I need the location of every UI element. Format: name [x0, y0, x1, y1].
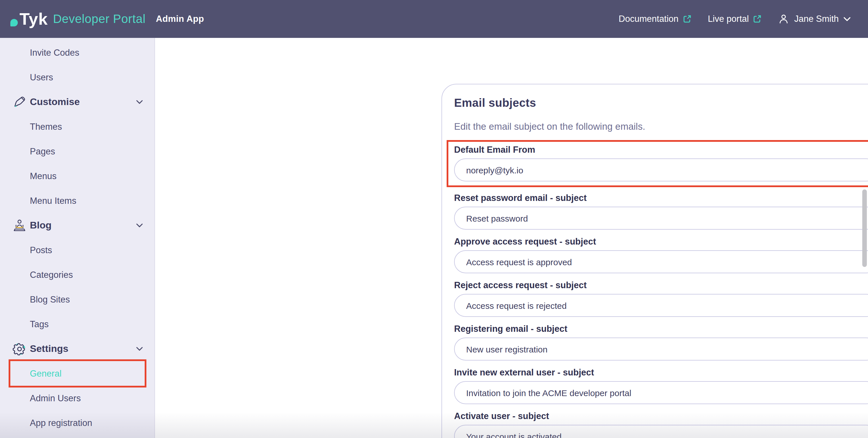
- documentation-link-label: Documentation: [619, 14, 679, 24]
- field-label: Reset password email - subject: [454, 192, 868, 204]
- user-name: Jane Smith: [794, 14, 839, 24]
- field-label: Approve access request - subject: [454, 236, 868, 247]
- sidebar-item-menus[interactable]: Menus: [0, 164, 154, 188]
- reset-password-subject-input[interactable]: [454, 207, 868, 230]
- sidebar: Invite Codes Users Customise Themes Page…: [0, 38, 155, 438]
- app-label: Admin App: [156, 14, 204, 24]
- field-default-email-from: Default Email From: [454, 144, 868, 181]
- sidebar-section-customise[interactable]: Customise: [0, 90, 154, 114]
- activate-user-subject-input[interactable]: [454, 425, 868, 438]
- default-email-from-input[interactable]: [454, 158, 868, 181]
- app-window: Tyk Developer Portal Admin App Documenta…: [0, 0, 868, 438]
- field-label: Registering email - subject: [454, 323, 868, 335]
- reject-access-subject-input[interactable]: [454, 294, 868, 317]
- external-link-icon: [753, 14, 762, 24]
- topbar: Tyk Developer Portal Admin App Documenta…: [0, 0, 868, 38]
- sidebar-item-users[interactable]: Users: [0, 65, 154, 90]
- chevron-down-icon: [843, 17, 851, 22]
- sidebar-item-posts[interactable]: Posts: [0, 238, 154, 262]
- brand-name: Tyk: [20, 11, 48, 27]
- sidebar-section-blog[interactable]: Blog: [0, 213, 154, 238]
- field-approve-access-subject: Approve access request - subject: [454, 236, 868, 273]
- sidebar-item-pages[interactable]: Pages: [0, 139, 154, 164]
- sidebar-item-invite-codes[interactable]: Invite Codes: [0, 40, 154, 65]
- topbar-right: Documentation Live portal: [619, 13, 851, 25]
- field-reject-access-subject: Reject access request - subject: [454, 280, 868, 317]
- sidebar-item-tags[interactable]: Tags: [0, 312, 154, 336]
- field-invite-external-user-subject: Invite new external user - subject: [454, 367, 868, 404]
- chevron-down-icon: [136, 223, 143, 228]
- field-label: Default Email From: [454, 144, 868, 156]
- email-subject-fields: Default Email From Reset password email …: [454, 140, 868, 438]
- live-portal-link-label: Live portal: [708, 14, 749, 24]
- field-activate-user-subject: Activate user - subject: [454, 410, 868, 438]
- live-portal-link[interactable]: Live portal: [708, 14, 762, 24]
- field-reset-password-subject: Reset password email - subject: [454, 192, 868, 230]
- person-icon: [778, 13, 789, 25]
- sidebar-item-admin-users[interactable]: Admin Users: [0, 386, 154, 410]
- blog-writer-icon: [12, 218, 27, 233]
- invite-external-user-subject-input[interactable]: [454, 381, 868, 404]
- main-content: Email subjects Edit the email subject on…: [156, 38, 868, 438]
- paintbrush-icon: [12, 94, 27, 110]
- field-label: Activate user - subject: [454, 410, 868, 422]
- sidebar-item-app-registration[interactable]: App registration: [0, 410, 154, 435]
- registering-email-subject-input[interactable]: [454, 338, 868, 361]
- sidebar-item-blog-sites[interactable]: Blog Sites: [0, 287, 154, 312]
- annotation-box-default-email-from: Default Email From: [446, 140, 868, 187]
- field-registering-email-subject: Registering email - subject: [454, 323, 868, 361]
- field-label: Reject access request - subject: [454, 280, 868, 291]
- tyk-logo: Tyk Developer Portal: [10, 11, 146, 27]
- card-title: Email subjects: [454, 96, 868, 110]
- gear-icon: [12, 341, 27, 356]
- sidebar-item-general[interactable]: General: [0, 361, 154, 386]
- user-menu[interactable]: Jane Smith: [778, 13, 851, 25]
- sidebar-item-themes[interactable]: Themes: [0, 114, 154, 139]
- annotation-highlight-ring: [9, 359, 146, 387]
- tyk-leaf-icon: [10, 19, 18, 26]
- sidebar-item-categories[interactable]: Categories: [0, 262, 154, 287]
- sidebar-section-settings[interactable]: Settings: [0, 336, 154, 361]
- vertical-scrollbar-thumb[interactable]: [862, 189, 867, 267]
- approve-access-subject-input[interactable]: [454, 250, 868, 273]
- sidebar-item-menu-items[interactable]: Menu Items: [0, 188, 154, 213]
- card-subtitle: Edit the email subject on the following …: [454, 121, 868, 132]
- field-label: Invite new external user - subject: [454, 367, 868, 378]
- email-subjects-card: Email subjects Edit the email subject on…: [441, 84, 868, 438]
- chevron-down-icon: [136, 346, 143, 351]
- documentation-link[interactable]: Documentation: [619, 14, 692, 24]
- chevron-down-icon: [136, 100, 143, 104]
- product-name: Developer Portal: [53, 12, 146, 26]
- external-link-icon: [683, 14, 692, 24]
